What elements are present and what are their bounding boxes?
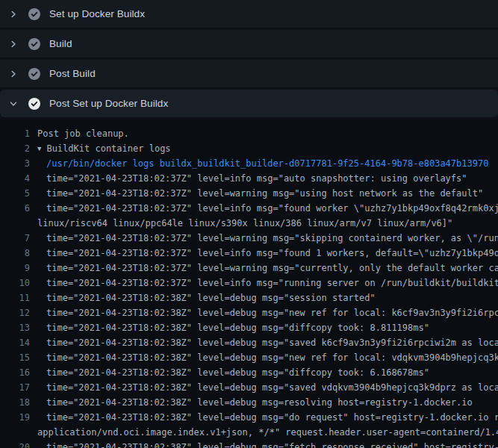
log-line-text: time="2021-04-23T18:02:37Z" level=warnin… xyxy=(30,186,483,201)
log-line-text: Post job cleanup. xyxy=(30,126,129,141)
success-check-icon xyxy=(28,8,40,20)
log-line-text: time="2021-04-23T18:02:38Z" level=debug … xyxy=(30,305,498,320)
log-command-line: 3 /usr/bin/docker logs buildx_buildkit_b… xyxy=(0,156,498,171)
step-label: Post Set up Docker Buildx xyxy=(49,98,168,109)
log-line-text: time="2021-04-23T18:02:37Z" level=warnin… xyxy=(30,231,498,246)
log-line: 13 time="2021-04-23T18:02:38Z" level=deb… xyxy=(0,320,498,335)
log-line-text: time="2021-04-23T18:02:38Z" level=debug … xyxy=(30,440,498,448)
step-row-post-set-up-docker-buildx[interactable]: Post Set up Docker Buildx xyxy=(0,90,498,117)
step-row-build[interactable]: Build xyxy=(0,30,498,57)
log-line: 7 time="2021-04-23T18:02:37Z" level=warn… xyxy=(0,231,498,246)
chevron-right-icon xyxy=(7,8,19,20)
log-line-text: time="2021-04-23T18:02:38Z" level=debug … xyxy=(30,290,376,305)
log-line-number xyxy=(0,216,30,231)
success-check-icon xyxy=(28,68,40,80)
log-line: 10 time="2021-04-23T18:02:37Z" level=inf… xyxy=(0,276,498,290)
log-line-text: time="2021-04-23T18:02:37Z" level=warnin… xyxy=(30,261,498,276)
success-check-icon xyxy=(28,38,40,50)
log-line-number[interactable]: 4 xyxy=(0,171,30,186)
step-label: Build xyxy=(49,38,72,49)
log-line: 9 time="2021-04-23T18:02:37Z" level=warn… xyxy=(0,261,498,276)
step-label: Set up Docker Buildx xyxy=(49,8,145,19)
log-line: 17 time="2021-04-23T18:02:38Z" level=deb… xyxy=(0,380,498,395)
success-check-icon xyxy=(28,98,40,110)
log-line-number[interactable]: 5 xyxy=(0,186,30,201)
log-line: 6 time="2021-04-23T18:02:37Z" level=info… xyxy=(0,201,498,216)
chevron-right-icon xyxy=(7,38,19,50)
log-line-number[interactable]: 1 xyxy=(0,126,30,141)
log-line: 8 time="2021-04-23T18:02:37Z" level=info… xyxy=(0,246,498,261)
log-line-number[interactable]: 13 xyxy=(0,320,30,335)
step-row-post-build[interactable]: Post Build xyxy=(0,60,498,87)
log-command-text: /usr/bin/docker logs buildx_buildkit_bui… xyxy=(30,156,488,171)
log-line-number[interactable]: 20 xyxy=(0,440,30,448)
log-line: 5 time="2021-04-23T18:02:37Z" level=warn… xyxy=(0,186,498,201)
log-line: 19 time="2021-04-23T18:02:38Z" level=deb… xyxy=(0,410,498,425)
log-line-number xyxy=(0,425,30,440)
log-line-number[interactable]: 8 xyxy=(0,246,30,261)
log-line-text: application/vnd.oci.image.index.v1+json,… xyxy=(30,425,498,440)
log-line-number[interactable]: 2 xyxy=(0,141,30,156)
log-line-number[interactable]: 6 xyxy=(0,201,30,216)
log-line: 1 Post job cleanup. xyxy=(0,126,498,141)
log-line: 15 time="2021-04-23T18:02:38Z" level=deb… xyxy=(0,350,498,365)
log-line-continuation: application/vnd.oci.image.index.v1+json,… xyxy=(0,425,498,440)
step-log-output: 1 Post job cleanup. 2 ▼BuildKit containe… xyxy=(0,119,498,448)
log-line-number[interactable]: 17 xyxy=(0,380,30,395)
log-line: 4 time="2021-04-23T18:02:37Z" level=info… xyxy=(0,171,498,186)
log-line-text: time="2021-04-23T18:02:38Z" level=debug … xyxy=(30,365,429,380)
log-line-text: time="2021-04-23T18:02:37Z" level=info m… xyxy=(30,246,498,261)
log-line-number[interactable]: 15 xyxy=(0,350,30,365)
log-line: 11 time="2021-04-23T18:02:38Z" level=deb… xyxy=(0,290,498,305)
log-group-title: BuildKit container logs xyxy=(46,143,170,154)
log-line-text: time="2021-04-23T18:02:38Z" level=debug … xyxy=(30,410,498,425)
log-line-text: time="2021-04-23T18:02:38Z" level=debug … xyxy=(30,350,498,365)
log-line-number[interactable]: 18 xyxy=(0,395,30,410)
chevron-right-icon xyxy=(7,68,19,80)
log-group-toggle[interactable]: ▼BuildKit container logs xyxy=(30,141,171,156)
log-line-number[interactable]: 3 xyxy=(0,156,30,171)
log-line-number[interactable]: 14 xyxy=(0,335,30,350)
log-line-text: time="2021-04-23T18:02:37Z" level=info m… xyxy=(30,201,498,216)
log-group-header: 2 ▼BuildKit container logs xyxy=(0,141,498,156)
log-line-number[interactable]: 11 xyxy=(0,290,30,305)
log-line: 20 time="2021-04-23T18:02:38Z" level=deb… xyxy=(0,440,498,448)
step-row-set-up-docker-buildx[interactable]: Set up Docker Buildx xyxy=(0,0,498,28)
log-line-text: time="2021-04-23T18:02:38Z" level=debug … xyxy=(30,335,498,350)
log-line-text: linux/riscv64 linux/ppc64le linux/s390x … xyxy=(30,216,452,231)
log-line-text: time="2021-04-23T18:02:38Z" level=debug … xyxy=(30,380,498,395)
log-line-text: time="2021-04-23T18:02:38Z" level=debug … xyxy=(30,320,429,335)
log-line-number[interactable]: 12 xyxy=(0,305,30,320)
log-line: 18 time="2021-04-23T18:02:38Z" level=deb… xyxy=(0,395,498,410)
log-line: 14 time="2021-04-23T18:02:38Z" level=deb… xyxy=(0,335,498,350)
workflow-steps-panel: Set up Docker Buildx Build Post Build Po… xyxy=(0,0,498,117)
log-line: 16 time="2021-04-23T18:02:38Z" level=deb… xyxy=(0,365,498,380)
log-line-text: time="2021-04-23T18:02:37Z" level=info m… xyxy=(30,276,498,290)
log-line-continuation: linux/riscv64 linux/ppc64le linux/s390x … xyxy=(0,216,498,231)
log-line-number[interactable]: 9 xyxy=(0,261,30,276)
log-line-text: time="2021-04-23T18:02:38Z" level=debug … xyxy=(30,395,473,410)
group-expanded-triangle-icon: ▼ xyxy=(37,141,41,156)
log-line-number[interactable]: 16 xyxy=(0,365,30,380)
chevron-down-icon xyxy=(7,98,19,110)
log-line-number[interactable]: 10 xyxy=(0,276,30,290)
step-label: Post Build xyxy=(49,68,96,79)
log-line: 12 time="2021-04-23T18:02:38Z" level=deb… xyxy=(0,305,498,320)
log-line-number[interactable]: 19 xyxy=(0,410,30,425)
log-line-number[interactable]: 7 xyxy=(0,231,30,246)
log-line-text: time="2021-04-23T18:02:37Z" level=info m… xyxy=(30,171,467,186)
